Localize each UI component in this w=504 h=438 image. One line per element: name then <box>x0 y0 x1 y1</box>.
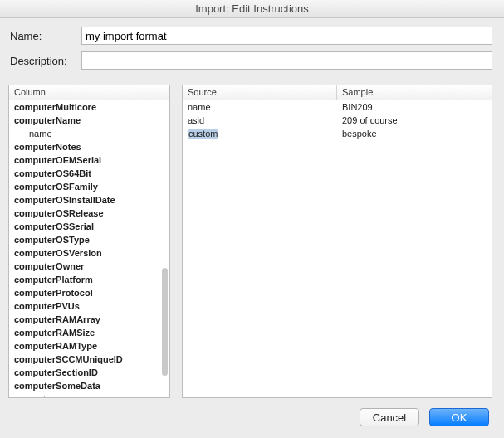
description-input[interactable] <box>81 51 492 70</box>
column-panel-header[interactable]: Column <box>9 85 169 100</box>
column-item[interactable]: computerSCCMUniqueID <box>9 353 169 366</box>
scrollbar-thumb[interactable] <box>162 268 168 376</box>
name-label: Name: <box>8 30 81 42</box>
mapping-row[interactable]: custombespoke <box>183 127 492 140</box>
mapping-panel-header[interactable]: Source Sample <box>183 85 492 100</box>
column-panel: Column computerMulticorecomputerNamename… <box>8 85 170 398</box>
column-list[interactable]: computerMulticorecomputerNamenamecompute… <box>9 100 169 397</box>
column-item[interactable]: computerOSFamily <box>9 180 169 193</box>
column-item[interactable]: computerPlatform <box>9 273 169 286</box>
column-item[interactable]: computerOSType <box>9 233 169 246</box>
column-item[interactable]: custom <box>9 392 169 397</box>
column-item[interactable]: computerName <box>9 114 169 127</box>
column-item[interactable]: computerPVUs <box>9 299 169 313</box>
ok-button[interactable]: OK <box>429 408 489 426</box>
column-item[interactable]: name <box>9 127 169 140</box>
source-header-label: Source <box>183 85 337 100</box>
form-area: Name: Description: <box>0 18 504 85</box>
column-item[interactable]: computerMulticore <box>9 100 169 114</box>
mapping-panel: Source Sample nameBIN209asid209 of cours… <box>182 85 492 398</box>
mapping-row[interactable]: asid209 of course <box>183 114 492 127</box>
cancel-button[interactable]: Cancel <box>360 408 419 426</box>
sample-cell: 209 of course <box>337 114 492 127</box>
column-item[interactable]: computerOSInstallDate <box>9 193 169 207</box>
name-input[interactable] <box>81 27 492 45</box>
mapping-row[interactable]: nameBIN209 <box>183 100 492 114</box>
column-item[interactable]: computerOS64Bit <box>9 167 169 180</box>
column-item[interactable]: computerRAMSize <box>9 326 169 339</box>
column-item[interactable]: computerNotes <box>9 140 169 153</box>
column-item[interactable]: computerRAMArray <box>9 313 169 326</box>
window-title: Import: Edit Instructions <box>195 2 309 15</box>
button-bar: Cancel OK <box>0 398 504 438</box>
sample-cell: BIN209 <box>337 100 492 114</box>
column-item[interactable]: computerProtocol <box>9 286 169 299</box>
column-header-label: Column <box>9 85 169 100</box>
column-item[interactable]: computerSomeData <box>9 379 169 392</box>
column-item[interactable]: computerRAMType <box>9 339 169 353</box>
column-item[interactable]: computerOSSerial <box>9 220 169 233</box>
panels: Column computerMulticorecomputerNamename… <box>0 85 504 398</box>
mapping-list[interactable]: nameBIN209asid209 of coursecustombespoke <box>183 100 492 397</box>
column-item[interactable]: computerOSRelease <box>9 207 169 220</box>
window-titlebar: Import: Edit Instructions <box>0 0 504 18</box>
column-item[interactable]: computerSectionID <box>9 366 169 379</box>
sample-header-label: Sample <box>337 85 492 100</box>
description-label: Description: <box>8 55 81 67</box>
sample-cell: bespoke <box>337 127 492 140</box>
column-item[interactable]: computerOSVersion <box>9 246 169 260</box>
source-cell: custom <box>183 127 337 140</box>
column-item[interactable]: computerOwner <box>9 260 169 273</box>
source-cell: asid <box>183 114 337 127</box>
description-row: Description: <box>8 51 492 70</box>
column-item[interactable]: computerOEMSerial <box>9 153 169 167</box>
name-row: Name: <box>8 27 492 45</box>
source-cell: name <box>183 100 337 114</box>
